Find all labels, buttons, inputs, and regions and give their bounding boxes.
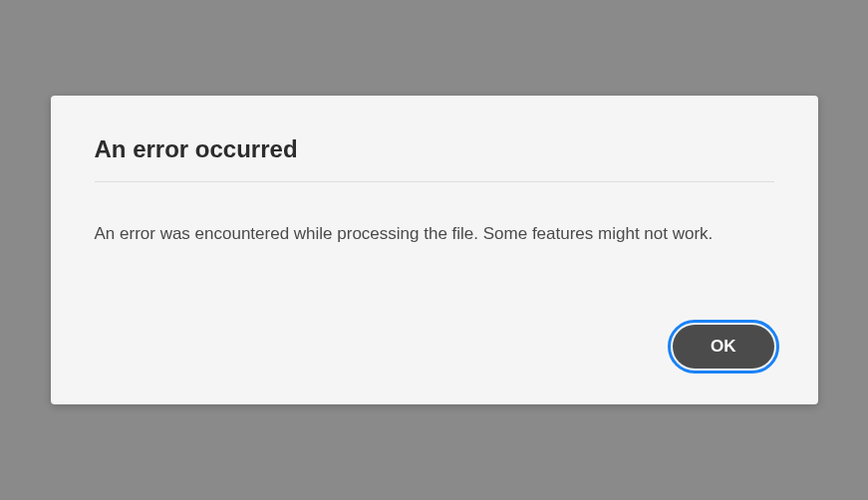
dialog-actions: OK	[95, 325, 774, 369]
dialog-message: An error was encountered while processin…	[95, 222, 774, 246]
error-dialog: An error occurred An error was encounter…	[51, 96, 818, 405]
dialog-title: An error occurred	[95, 135, 774, 182]
ok-button[interactable]: OK	[673, 325, 774, 369]
